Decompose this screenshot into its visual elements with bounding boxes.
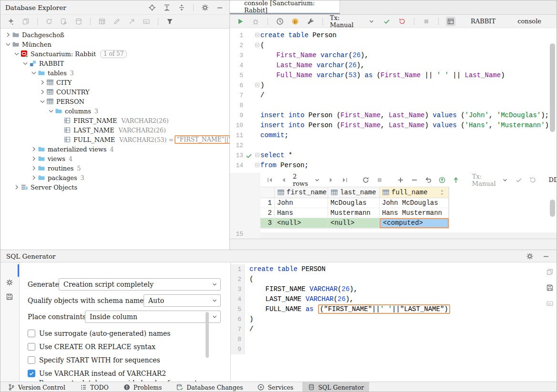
checkbox-box[interactable] — [28, 330, 35, 337]
cell[interactable]: John — [275, 198, 328, 208]
options-scrollbar[interactable] — [206, 312, 209, 358]
gear-icon[interactable] — [525, 251, 535, 261]
revert-gray-icon[interactable] — [528, 175, 537, 185]
chevron-down-icon[interactable] — [30, 69, 38, 77]
parameters-icon[interactable]: p — [290, 17, 300, 26]
floppy-icon[interactable] — [545, 283, 555, 292]
chevron-right-icon[interactable] — [30, 174, 38, 181]
table-icon[interactable] — [97, 17, 107, 26]
cell[interactable]: <null> — [275, 218, 328, 228]
checkbox-box[interactable] — [28, 370, 35, 377]
fold-marker-icon[interactable] — [255, 83, 259, 87]
tree-item-dachgescho-[interactable]: Dachgeschoß — [0, 30, 229, 40]
fold-marker-icon[interactable] — [255, 33, 259, 37]
stop-icon[interactable] — [375, 175, 384, 185]
select-generate-[interactable]: Creation script completely — [59, 278, 221, 291]
chevron-right-icon[interactable] — [39, 88, 46, 96]
collapse-all-icon[interactable] — [177, 3, 186, 12]
column-header-last_name[interactable]: last_name — [328, 187, 380, 198]
run-icon[interactable] — [236, 17, 245, 26]
checkbox-box[interactable] — [28, 356, 35, 364]
statusbar-todo[interactable]: TODO — [74, 382, 114, 392]
statusbar-services[interactable]: Services — [252, 382, 299, 392]
clock-icon[interactable] — [275, 17, 285, 26]
delete-row-icon[interactable] — [410, 175, 419, 185]
chevron-right-icon[interactable] — [30, 155, 38, 162]
prev-icon[interactable] — [279, 175, 289, 185]
chevron-right-icon[interactable] — [30, 164, 38, 172]
checkbox-specify-start-with-for-sequenc[interactable]: Specify START WITH for sequences — [28, 355, 160, 365]
filter-icon[interactable] — [165, 17, 175, 26]
cell[interactable]: Mustermann — [328, 208, 380, 218]
first-icon[interactable] — [265, 175, 275, 185]
gear-icon[interactable] — [200, 3, 210, 12]
tree-item-country[interactable]: COUNTRY — [0, 87, 229, 97]
ql-icon[interactable]: QL — [545, 299, 555, 308]
toolbar-label[interactable]: DDL — [549, 176, 557, 183]
tree-item-columns[interactable]: columns3 — [0, 106, 229, 116]
next-icon[interactable] — [326, 175, 336, 185]
wrench-icon[interactable] — [306, 17, 315, 26]
statusbar-database-changes[interactable]: Database Changes — [171, 382, 248, 392]
cell[interactable]: John McDouglas — [380, 198, 449, 208]
select-place-constraints-[interactable]: Inside column — [85, 311, 221, 323]
locate-icon[interactable] — [147, 3, 157, 12]
tree-item-routines[interactable]: routines5 — [0, 163, 229, 173]
chevron-down-icon[interactable] — [21, 60, 29, 67]
duplicate-icon[interactable] — [21, 17, 31, 26]
statusbar-problems[interactable]: Problems — [118, 382, 167, 392]
floppy-icon[interactable] — [5, 292, 14, 302]
column-header-full_name[interactable]: full_name — [380, 187, 449, 198]
tree-item-sanctuarium-rabbit[interactable]: Sanctuarium: Rabbit1 of 57 — [0, 49, 229, 59]
select-qualify-objects-with-schema-names-[interactable]: Auto — [144, 294, 221, 307]
debug-icon[interactable] — [251, 17, 260, 26]
cell[interactable]: Hans — [275, 208, 328, 218]
expand-all-icon[interactable] — [162, 3, 172, 12]
commit-up-icon[interactable] — [451, 175, 461, 185]
chevron-right-icon[interactable] — [30, 145, 38, 153]
rollback-icon[interactable] — [397, 17, 407, 26]
tree-item-server-objects[interactable]: Server Objects — [0, 182, 229, 192]
session-selector[interactable]: console — [508, 18, 551, 25]
fold-marker-icon[interactable] — [255, 43, 259, 47]
toolbar-label[interactable]: Tx: Manual — [330, 14, 361, 29]
schema-selector[interactable]: RABBIT — [461, 18, 505, 25]
add-row-icon[interactable] — [396, 175, 405, 185]
chevron-down-icon[interactable] — [4, 40, 12, 48]
checkbox-use-create-or-replace-syntax[interactable]: Use CREATE OR REPLACE syntax — [28, 342, 155, 352]
sql-editor[interactable]: 1create table Person2(3 First_Name varch… — [230, 28, 557, 173]
refresh-icon[interactable] — [44, 17, 54, 26]
chevron-down-icon[interactable] — [367, 17, 376, 26]
chevron-down-icon[interactable] — [47, 107, 55, 115]
modify-icon[interactable] — [59, 17, 69, 26]
chevron-right-icon[interactable] — [13, 183, 21, 191]
toolbar-label[interactable]: 2 rows — [293, 173, 308, 187]
tree-item-city[interactable]: CITY — [0, 78, 229, 87]
sql-preview-editor[interactable]: 1create table PERSON2(3 FIRST_NAME VARCH… — [230, 262, 557, 382]
submit-icon[interactable] — [437, 175, 447, 185]
add-icon[interactable] — [6, 17, 16, 26]
column-header-first_name[interactable]: first_name — [275, 187, 328, 198]
jump-icon[interactable] — [127, 17, 136, 26]
reload-icon[interactable] — [361, 175, 371, 185]
sort-icon[interactable] — [438, 189, 446, 196]
statusbar-sql-generator[interactable]: SQL Generator — [302, 382, 369, 392]
tree-item-last-name[interactable]: LAST_NAMEVARCHAR2(26) — [0, 125, 229, 135]
cell[interactable]: <computed> — [380, 218, 449, 228]
chevron-right-icon[interactable] — [4, 31, 12, 39]
commit-icon[interactable] — [382, 17, 392, 26]
hide-icon[interactable] — [215, 3, 225, 12]
tree-item-m-nchen[interactable]: München — [0, 40, 229, 49]
ql-icon[interactable]: QL — [142, 17, 151, 26]
tree-item-views[interactable]: views4 — [0, 154, 229, 163]
chevron-down-icon[interactable] — [39, 98, 46, 105]
tree-item-rabbit[interactable]: RABBIT — [0, 59, 229, 68]
results-scrollbar[interactable] — [550, 200, 555, 217]
checkbox-use-varchar-instead-of-varchar[interactable]: Use VARCHAR instead of VARCHAR2 — [28, 369, 166, 378]
data-source-icon[interactable] — [74, 17, 83, 26]
tree-item-materialized-views[interactable]: materialized views4 — [0, 144, 229, 154]
tree-item-person[interactable]: PERSON — [0, 97, 229, 106]
tree-item-first-name[interactable]: FIRST_NAMEVARCHAR2(26) — [0, 116, 229, 125]
gear-icon[interactable] — [5, 278, 14, 287]
duplicate-icon[interactable] — [545, 267, 555, 277]
